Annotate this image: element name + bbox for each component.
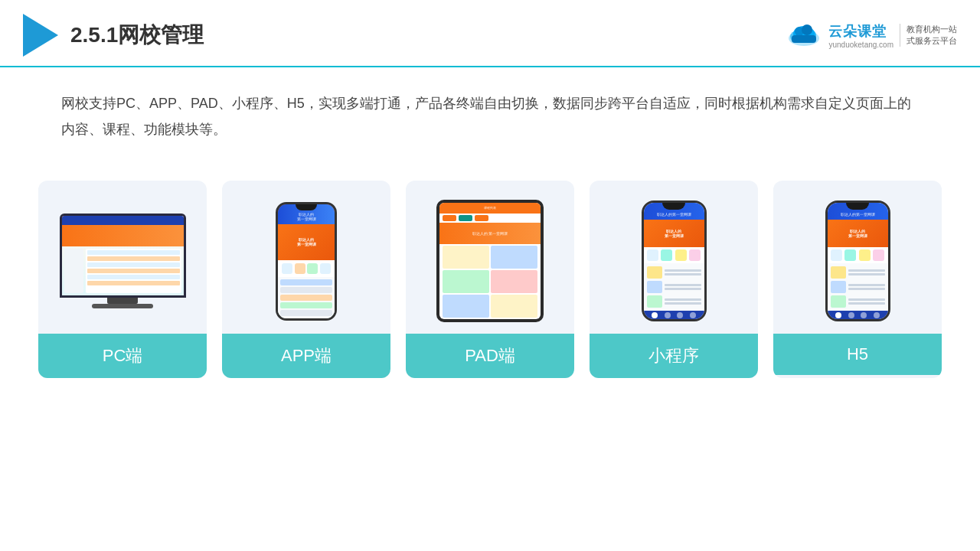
pad-tablet-screen: 课程列表 职达人的 第一堂网课 bbox=[439, 203, 541, 319]
card-pad-image-area: 课程列表 职达人的 第一堂网课 bbox=[406, 181, 574, 334]
phone-notch bbox=[296, 204, 317, 210]
pc-screen bbox=[62, 216, 184, 295]
phone-orange-banner: 职达人的第一堂网课 bbox=[278, 224, 335, 260]
sps-list bbox=[644, 263, 704, 311]
cloud-logo-icon bbox=[786, 21, 822, 49]
card-app-label: APP端 bbox=[222, 334, 390, 378]
brand-logo bbox=[786, 21, 822, 49]
h5-phone-screen: 职达人的第一堂网课 职达人的第一堂网课 bbox=[828, 203, 888, 319]
card-pad-label: PAD端 bbox=[406, 334, 574, 378]
pc-device-illustration bbox=[60, 214, 186, 308]
pad-tablet-frame: 课程列表 职达人的 第一堂网课 bbox=[436, 200, 544, 322]
brand-name: 云朵课堂 bbox=[828, 22, 887, 41]
tablet-nav bbox=[439, 214, 541, 223]
tablet-top-bar: 课程列表 bbox=[439, 203, 541, 213]
phone-icon-row bbox=[278, 260, 335, 277]
brand-url: yunduoketang.com bbox=[828, 41, 893, 49]
card-h5-image-area: 职达人的第一堂网课 职达人的第一堂网课 bbox=[773, 181, 942, 334]
h5-sps-orange-banner: 职达人的第一堂网课 bbox=[828, 220, 888, 246]
card-pad: 课程列表 职达人的 第一堂网课 bbox=[406, 181, 574, 378]
h5-phone-frame: 职达人的第一堂网课 职达人的第一堂网课 bbox=[825, 201, 890, 321]
sps-footer bbox=[644, 311, 704, 320]
brand-slogan: 教育机构一站 式服务云平台 bbox=[900, 24, 957, 47]
card-h5-label: H5 bbox=[773, 334, 942, 375]
card-h5: 职达人的第一堂网课 职达人的第一堂网课 bbox=[773, 181, 942, 378]
card-miniapp-label: 小程序 bbox=[590, 334, 758, 378]
card-app: 职达人的第一堂网课 职达人的第一堂网课 bbox=[222, 181, 390, 378]
card-miniapp-image-area: 职达人的第一堂网课 职达人的第一堂网课 bbox=[590, 181, 758, 334]
card-app-image-area: 职达人的第一堂网课 职达人的第一堂网课 bbox=[222, 181, 390, 334]
app-phone-frame: 职达人的第一堂网课 职达人的第一堂网课 bbox=[276, 202, 337, 321]
pad-tablet-device: 课程列表 职达人的 第一堂网课 bbox=[436, 200, 544, 322]
sps-icons-row bbox=[644, 247, 704, 263]
card-pc-label: PC端 bbox=[38, 334, 207, 378]
page-title: 2.5.1网校管理 bbox=[70, 21, 204, 50]
tablet-content-grid bbox=[439, 244, 541, 319]
pc-monitor bbox=[60, 214, 186, 298]
device-cards-container: PC端 职达人的第一堂网课 职达人的第一堂网课 bbox=[0, 165, 980, 393]
miniapp-phone-screen: 职达人的第一堂网课 职达人的第一堂网课 bbox=[644, 203, 704, 319]
card-pc: PC端 bbox=[38, 181, 207, 378]
h5-sps-list bbox=[828, 263, 888, 311]
app-phone-screen: 职达人的第一堂网课 职达人的第一堂网课 bbox=[278, 204, 335, 318]
header-left: 2.5.1网校管理 bbox=[23, 14, 204, 57]
phone-list bbox=[278, 277, 335, 318]
h5-sps-footer bbox=[828, 311, 888, 320]
brand-text: 云朵课堂 yunduoketang.com bbox=[828, 22, 893, 49]
svg-rect-6 bbox=[792, 35, 816, 43]
svg-point-5 bbox=[802, 24, 812, 35]
card-pc-image-area bbox=[38, 181, 207, 334]
pc-screen-top bbox=[62, 216, 184, 225]
h5-sps-icons-row bbox=[828, 247, 888, 263]
miniapp-phone-frame: 职达人的第一堂网课 职达人的第一堂网课 bbox=[642, 201, 707, 321]
description-text: 网校支持PC、APP、PAD、小程序、H5，实现多端打通，产品各终端自由切换，数… bbox=[0, 67, 980, 158]
page-header: 2.5.1网校管理 云朵课堂 yunduoketang.com 教育机构一站 式… bbox=[0, 0, 980, 67]
miniapp-phone-notch bbox=[662, 203, 685, 210]
logo-triangle-icon bbox=[23, 14, 58, 57]
sps-orange-banner: 职达人的第一堂网课 bbox=[644, 220, 704, 246]
h5-phone-notch bbox=[846, 203, 869, 210]
app-phone-device: 职达人的第一堂网课 职达人的第一堂网课 bbox=[276, 202, 337, 321]
pc-screen-content bbox=[62, 225, 184, 295]
card-miniapp: 职达人的第一堂网课 职达人的第一堂网课 bbox=[590, 181, 758, 378]
header-right: 云朵课堂 yunduoketang.com 教育机构一站 式服务云平台 bbox=[786, 21, 957, 49]
